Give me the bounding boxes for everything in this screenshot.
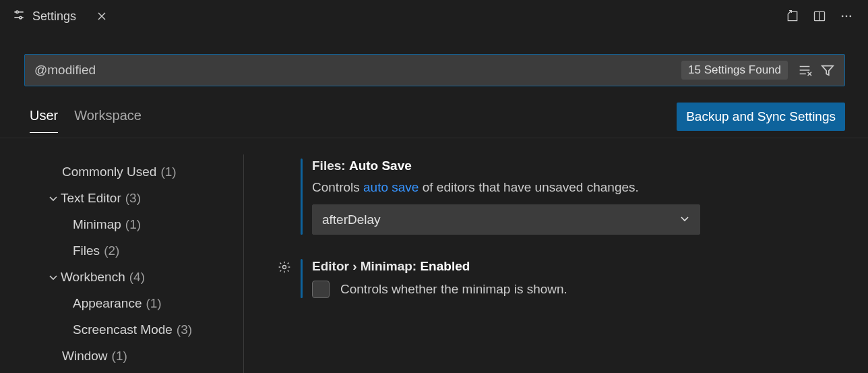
chevron-down-icon xyxy=(679,212,690,227)
scope-tab-user[interactable]: User xyxy=(30,108,58,133)
sidebar-item-label: Files xyxy=(73,243,100,258)
tab-area: Settings xyxy=(0,0,115,32)
sidebar-item-screencast-mode[interactable]: Screencast Mode (3) xyxy=(0,316,243,343)
sidebar-item-window[interactable]: Window (1) xyxy=(0,343,243,369)
scope-tabs: User Workspace xyxy=(30,108,142,132)
svg-point-3 xyxy=(20,16,22,18)
chevron-down-icon xyxy=(46,193,61,204)
settings-icon xyxy=(12,8,26,25)
setting-gutter xyxy=(272,259,301,275)
setting-gutter xyxy=(272,159,301,160)
sidebar-item-text-editor[interactable]: Text Editor (3) xyxy=(0,185,243,211)
title-bar: Settings xyxy=(0,0,868,32)
setting-autosave: Files: Auto Save Controls auto save of e… xyxy=(272,159,868,235)
setting-category: Files: xyxy=(312,159,349,173)
settings-sidebar: Commonly Used (1) Text Editor (3) Minima… xyxy=(0,154,244,373)
svg-point-9 xyxy=(846,16,848,18)
search-input[interactable] xyxy=(34,63,681,78)
svg-point-16 xyxy=(283,266,286,269)
sidebar-item-count: (1) xyxy=(112,349,127,364)
sidebar-item-label: Minimap xyxy=(73,217,121,232)
chevron-down-icon xyxy=(46,272,61,283)
search-results-count: 15 Settings Found xyxy=(681,61,788,80)
setting-name: Auto Save xyxy=(349,159,412,173)
setting-category: Editor › Minimap: xyxy=(312,259,420,273)
autosave-dropdown[interactable]: afterDelay xyxy=(312,204,700,235)
setting-description: Controls auto save of editors that have … xyxy=(312,180,848,195)
sidebar-item-count: (2) xyxy=(104,243,119,258)
open-to-side-icon[interactable] xyxy=(783,7,802,26)
sidebar-item-count: (4) xyxy=(129,270,145,285)
setting-title: Files: Auto Save xyxy=(312,159,848,173)
sidebar-item-count: (1) xyxy=(125,217,141,232)
sidebar-item-label: Appearance xyxy=(73,296,142,311)
setting-body: Files: Auto Save Controls auto save of e… xyxy=(312,159,868,235)
sidebar-item-commonly-used[interactable]: Commonly Used (1) xyxy=(0,159,243,185)
setting-body: Editor › Minimap: Enabled Controls wheth… xyxy=(312,259,868,298)
filter-icon[interactable] xyxy=(819,61,836,79)
backup-sync-button[interactable]: Backup and Sync Settings xyxy=(677,103,845,131)
svg-point-10 xyxy=(850,16,852,18)
dropdown-value: afterDelay xyxy=(322,212,381,227)
modified-indicator xyxy=(301,259,303,298)
modified-indicator xyxy=(301,159,303,235)
setting-description: Controls whether the minimap is shown. xyxy=(340,282,567,297)
minimap-checkbox[interactable] xyxy=(312,281,330,298)
setting-name: Enabled xyxy=(420,259,470,273)
sidebar-item-count: (1) xyxy=(146,296,161,311)
sidebar-item-files[interactable]: Files (2) xyxy=(0,237,243,264)
sidebar-item-appearance[interactable]: Appearance (1) xyxy=(0,290,243,316)
title-bar-actions xyxy=(783,7,863,26)
svg-point-1 xyxy=(16,11,18,13)
search-bar: 15 Settings Found xyxy=(24,54,845,86)
scope-row: User Workspace Backup and Sync Settings xyxy=(0,97,868,138)
search-wrap: 15 Settings Found xyxy=(0,32,868,97)
settings-body: Commonly Used (1) Text Editor (3) Minima… xyxy=(0,154,868,373)
scope-tab-workspace[interactable]: Workspace xyxy=(74,108,142,132)
setting-minimap: Editor › Minimap: Enabled Controls wheth… xyxy=(272,259,868,298)
autosave-link[interactable]: auto save xyxy=(363,180,418,194)
svg-point-8 xyxy=(842,16,844,18)
clear-search-icon[interactable] xyxy=(796,61,813,79)
gear-icon[interactable] xyxy=(278,260,292,275)
sidebar-item-workbench[interactable]: Workbench (4) xyxy=(0,264,243,290)
setting-title: Editor › Minimap: Enabled xyxy=(312,259,848,274)
sidebar-item-label: Window xyxy=(62,349,108,364)
sidebar-item-count: (3) xyxy=(177,322,192,337)
settings-tab[interactable]: Settings xyxy=(0,0,88,32)
sidebar-item-label: Workbench xyxy=(61,270,125,285)
sidebar-item-minimap[interactable]: Minimap (1) xyxy=(0,211,243,237)
close-tab-button[interactable] xyxy=(88,11,115,22)
settings-content: Files: Auto Save Controls auto save of e… xyxy=(244,154,868,373)
more-actions-icon[interactable] xyxy=(837,7,856,26)
tab-label: Settings xyxy=(32,9,76,24)
sidebar-item-label: Text Editor xyxy=(61,191,121,206)
sidebar-item-label: Screencast Mode xyxy=(73,322,173,337)
setting-checkbox-row: Controls whether the minimap is shown. xyxy=(312,281,848,298)
split-editor-icon[interactable] xyxy=(810,7,829,26)
sidebar-item-count: (1) xyxy=(160,165,176,179)
sidebar-item-label: Commonly Used xyxy=(62,165,156,179)
sidebar-item-count: (3) xyxy=(125,191,141,206)
